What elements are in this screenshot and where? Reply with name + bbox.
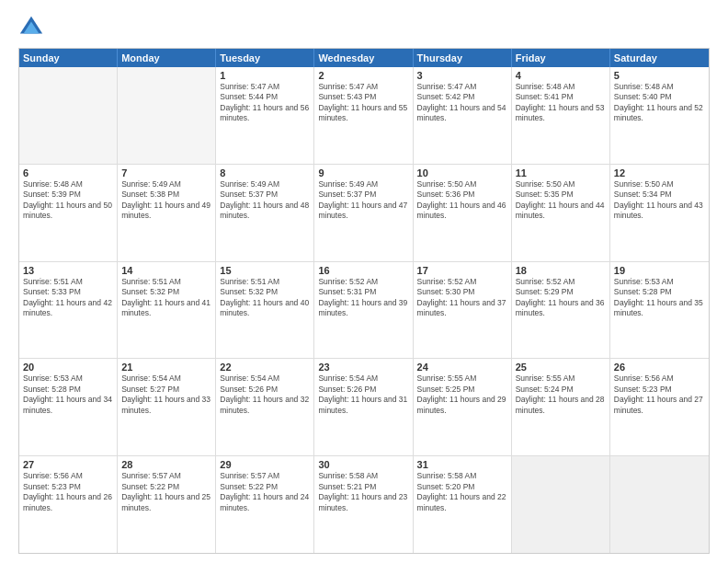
calendar-cell: 12Sunrise: 5:50 AM Sunset: 5:34 PM Dayli… xyxy=(610,165,709,261)
calendar-row: 13Sunrise: 5:51 AM Sunset: 5:33 PM Dayli… xyxy=(19,261,709,359)
calendar-cell: 1Sunrise: 5:47 AM Sunset: 5:44 PM Daylig… xyxy=(216,67,314,164)
day-info: Sunrise: 5:56 AM Sunset: 5:23 PM Dayligh… xyxy=(614,373,705,416)
day-info: Sunrise: 5:47 AM Sunset: 5:44 PM Dayligh… xyxy=(220,82,310,124)
calendar-cell: 2Sunrise: 5:47 AM Sunset: 5:43 PM Daylig… xyxy=(314,67,413,164)
calendar-header: SundayMondayTuesdayWednesdayThursdayFrid… xyxy=(19,49,709,67)
day-number: 3 xyxy=(417,70,507,81)
day-info: Sunrise: 5:51 AM Sunset: 5:32 PM Dayligh… xyxy=(121,277,211,319)
calendar-cell: 19Sunrise: 5:53 AM Sunset: 5:28 PM Dayli… xyxy=(610,262,709,359)
calendar-cell: 17Sunrise: 5:52 AM Sunset: 5:30 PM Dayli… xyxy=(414,262,512,359)
day-info: Sunrise: 5:58 AM Sunset: 5:21 PM Dayligh… xyxy=(318,471,408,513)
calendar-cell xyxy=(19,67,118,164)
calendar-cell: 18Sunrise: 5:52 AM Sunset: 5:29 PM Dayli… xyxy=(512,262,610,359)
day-number: 15 xyxy=(220,265,310,276)
calendar-header-cell: Saturday xyxy=(610,49,709,67)
calendar-cell: 10Sunrise: 5:50 AM Sunset: 5:36 PM Dayli… xyxy=(414,165,512,261)
day-number: 16 xyxy=(318,265,408,276)
day-number: 5 xyxy=(614,70,705,81)
day-info: Sunrise: 5:55 AM Sunset: 5:25 PM Dayligh… xyxy=(417,373,507,416)
calendar-cell: 16Sunrise: 5:52 AM Sunset: 5:31 PM Dayli… xyxy=(314,262,413,359)
calendar-row: 20Sunrise: 5:53 AM Sunset: 5:28 PM Dayli… xyxy=(19,358,709,455)
day-info: Sunrise: 5:52 AM Sunset: 5:30 PM Dayligh… xyxy=(417,277,507,319)
calendar-row: 1Sunrise: 5:47 AM Sunset: 5:44 PM Daylig… xyxy=(19,67,709,164)
day-info: Sunrise: 5:53 AM Sunset: 5:28 PM Dayligh… xyxy=(23,373,113,416)
day-info: Sunrise: 5:58 AM Sunset: 5:20 PM Dayligh… xyxy=(417,471,507,513)
calendar-cell: 24Sunrise: 5:55 AM Sunset: 5:25 PM Dayli… xyxy=(414,359,512,455)
calendar-cell: 20Sunrise: 5:53 AM Sunset: 5:28 PM Dayli… xyxy=(19,359,118,455)
calendar-cell: 6Sunrise: 5:48 AM Sunset: 5:39 PM Daylig… xyxy=(19,165,118,261)
day-info: Sunrise: 5:49 AM Sunset: 5:37 PM Dayligh… xyxy=(318,179,408,222)
day-info: Sunrise: 5:48 AM Sunset: 5:39 PM Dayligh… xyxy=(23,179,113,222)
calendar-cell: 13Sunrise: 5:51 AM Sunset: 5:33 PM Dayli… xyxy=(19,262,118,359)
day-number: 24 xyxy=(417,362,507,373)
day-number: 4 xyxy=(516,70,606,81)
calendar-cell: 11Sunrise: 5:50 AM Sunset: 5:35 PM Dayli… xyxy=(512,165,610,261)
day-number: 29 xyxy=(220,459,310,470)
day-number: 13 xyxy=(23,265,113,276)
day-number: 20 xyxy=(23,362,113,373)
day-number: 26 xyxy=(614,362,705,373)
calendar: SundayMondayTuesdayWednesdayThursdayFrid… xyxy=(18,48,710,554)
day-number: 27 xyxy=(23,459,113,470)
day-number: 25 xyxy=(516,362,606,373)
calendar-cell: 3Sunrise: 5:47 AM Sunset: 5:42 PM Daylig… xyxy=(414,67,512,164)
calendar-cell: 5Sunrise: 5:48 AM Sunset: 5:40 PM Daylig… xyxy=(610,67,709,164)
calendar-cell: 21Sunrise: 5:54 AM Sunset: 5:27 PM Dayli… xyxy=(118,359,216,455)
day-info: Sunrise: 5:52 AM Sunset: 5:29 PM Dayligh… xyxy=(516,277,606,319)
day-number: 11 xyxy=(516,167,606,178)
day-info: Sunrise: 5:54 AM Sunset: 5:26 PM Dayligh… xyxy=(220,373,310,416)
day-info: Sunrise: 5:56 AM Sunset: 5:23 PM Dayligh… xyxy=(23,471,113,513)
calendar-cell: 25Sunrise: 5:55 AM Sunset: 5:24 PM Dayli… xyxy=(512,359,610,455)
day-info: Sunrise: 5:47 AM Sunset: 5:42 PM Dayligh… xyxy=(417,82,507,124)
calendar-cell: 31Sunrise: 5:58 AM Sunset: 5:20 PM Dayli… xyxy=(414,456,512,553)
day-number: 30 xyxy=(318,459,408,470)
calendar-cell: 27Sunrise: 5:56 AM Sunset: 5:23 PM Dayli… xyxy=(19,456,118,553)
calendar-header-cell: Monday xyxy=(118,49,216,67)
day-number: 10 xyxy=(417,167,507,178)
calendar-body: 1Sunrise: 5:47 AM Sunset: 5:44 PM Daylig… xyxy=(19,67,709,553)
calendar-cell: 23Sunrise: 5:54 AM Sunset: 5:26 PM Dayli… xyxy=(314,359,413,455)
calendar-row: 27Sunrise: 5:56 AM Sunset: 5:23 PM Dayli… xyxy=(19,455,709,553)
day-number: 12 xyxy=(614,167,705,178)
day-number: 23 xyxy=(318,362,408,373)
day-number: 22 xyxy=(220,362,310,373)
day-info: Sunrise: 5:48 AM Sunset: 5:40 PM Dayligh… xyxy=(614,82,705,124)
day-number: 17 xyxy=(417,265,507,276)
day-info: Sunrise: 5:51 AM Sunset: 5:33 PM Dayligh… xyxy=(23,277,113,319)
day-info: Sunrise: 5:50 AM Sunset: 5:36 PM Dayligh… xyxy=(417,179,507,222)
header xyxy=(18,15,710,40)
day-info: Sunrise: 5:57 AM Sunset: 5:22 PM Dayligh… xyxy=(121,471,211,513)
day-info: Sunrise: 5:54 AM Sunset: 5:26 PM Dayligh… xyxy=(318,373,408,416)
day-number: 19 xyxy=(614,265,705,276)
day-number: 2 xyxy=(318,70,408,81)
calendar-cell: 28Sunrise: 5:57 AM Sunset: 5:22 PM Dayli… xyxy=(118,456,216,553)
day-info: Sunrise: 5:53 AM Sunset: 5:28 PM Dayligh… xyxy=(614,277,705,319)
day-number: 14 xyxy=(121,265,211,276)
calendar-cell: 7Sunrise: 5:49 AM Sunset: 5:38 PM Daylig… xyxy=(118,165,216,261)
calendar-cell xyxy=(610,456,709,553)
calendar-header-cell: Wednesday xyxy=(314,49,413,67)
calendar-header-cell: Sunday xyxy=(19,49,118,67)
calendar-cell: 22Sunrise: 5:54 AM Sunset: 5:26 PM Dayli… xyxy=(216,359,314,455)
day-info: Sunrise: 5:51 AM Sunset: 5:32 PM Dayligh… xyxy=(220,277,310,319)
day-info: Sunrise: 5:48 AM Sunset: 5:41 PM Dayligh… xyxy=(516,82,606,124)
calendar-cell xyxy=(118,67,216,164)
day-number: 21 xyxy=(121,362,211,373)
calendar-row: 6Sunrise: 5:48 AM Sunset: 5:39 PM Daylig… xyxy=(19,164,709,261)
day-info: Sunrise: 5:57 AM Sunset: 5:22 PM Dayligh… xyxy=(220,471,310,513)
day-info: Sunrise: 5:55 AM Sunset: 5:24 PM Dayligh… xyxy=(516,373,606,416)
calendar-cell: 9Sunrise: 5:49 AM Sunset: 5:37 PM Daylig… xyxy=(314,165,413,261)
day-number: 6 xyxy=(23,167,113,178)
day-number: 9 xyxy=(318,167,408,178)
day-number: 1 xyxy=(220,70,310,81)
calendar-cell: 29Sunrise: 5:57 AM Sunset: 5:22 PM Dayli… xyxy=(216,456,314,553)
page: SundayMondayTuesdayWednesdayThursdayFrid… xyxy=(0,0,728,563)
calendar-header-cell: Tuesday xyxy=(216,49,314,67)
day-info: Sunrise: 5:47 AM Sunset: 5:43 PM Dayligh… xyxy=(318,82,408,124)
day-info: Sunrise: 5:49 AM Sunset: 5:38 PM Dayligh… xyxy=(121,179,211,222)
day-info: Sunrise: 5:52 AM Sunset: 5:31 PM Dayligh… xyxy=(318,277,408,319)
calendar-header-cell: Thursday xyxy=(414,49,512,67)
calendar-cell: 14Sunrise: 5:51 AM Sunset: 5:32 PM Dayli… xyxy=(118,262,216,359)
calendar-cell: 4Sunrise: 5:48 AM Sunset: 5:41 PM Daylig… xyxy=(512,67,610,164)
day-number: 8 xyxy=(220,167,310,178)
